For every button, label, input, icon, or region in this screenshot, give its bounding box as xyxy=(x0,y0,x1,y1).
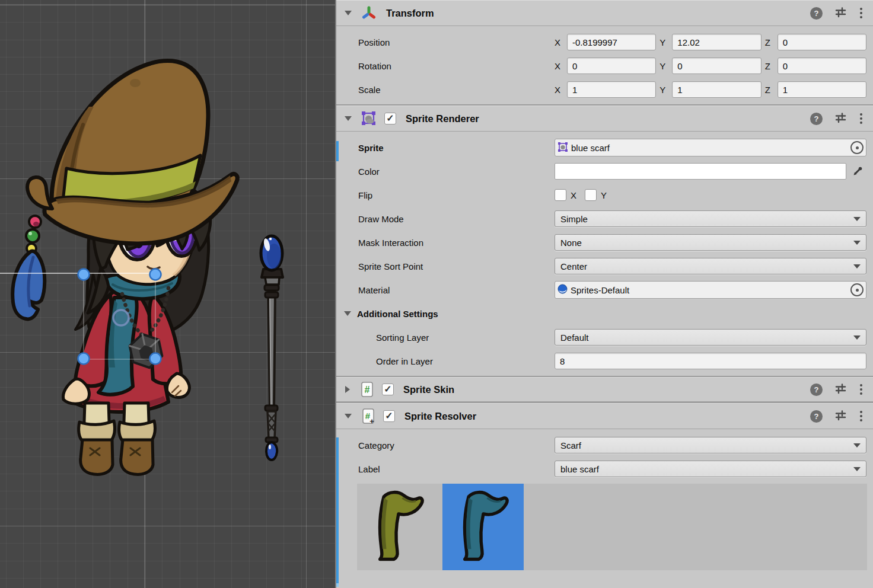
help-icon[interactable]: ? xyxy=(810,113,823,125)
category-label[interactable]: Category xyxy=(336,440,555,450)
color-swatch[interactable] xyxy=(555,163,846,180)
category-dropdown[interactable]: Scarf xyxy=(555,437,866,453)
object-picker-icon[interactable] xyxy=(850,141,864,154)
selection-handle-top-left[interactable] xyxy=(78,269,90,280)
flip-label[interactable]: Flip xyxy=(336,190,555,200)
mask-interaction-dropdown[interactable]: None xyxy=(555,234,866,251)
axis-z-label[interactable]: Z xyxy=(765,37,774,47)
sprite-renderer-icon xyxy=(361,111,377,126)
scale-x-field[interactable] xyxy=(567,81,656,98)
presets-icon[interactable] xyxy=(834,409,847,423)
material-label[interactable]: Material xyxy=(336,285,555,295)
help-icon[interactable]: ? xyxy=(810,384,823,396)
axis-z-label[interactable]: Z xyxy=(765,61,774,71)
sprite-resolver-header[interactable]: # + Sprite Resolver ? xyxy=(336,403,873,429)
foldout-closed-icon[interactable] xyxy=(345,386,350,393)
rotation-z-field[interactable] xyxy=(778,57,866,74)
additional-settings-foldout[interactable]: Additional Settings xyxy=(336,309,555,319)
override-bar-tick xyxy=(336,583,339,587)
scene-view[interactable] xyxy=(0,0,335,588)
scale-z-field[interactable] xyxy=(778,81,866,98)
draw-mode-dropdown[interactable]: Simple xyxy=(555,210,866,227)
color-label[interactable]: Color xyxy=(336,167,555,177)
kebab-menu-icon[interactable] xyxy=(859,112,864,125)
kebab-menu-icon[interactable] xyxy=(859,410,864,423)
override-bar-resolver xyxy=(336,437,339,583)
rotation-row: Rotation X Y Z xyxy=(336,57,873,75)
staff-sprite[interactable] xyxy=(261,236,283,460)
flip-x-checkbox[interactable] xyxy=(555,189,566,201)
sorting-layer-label[interactable]: Sorting Layer xyxy=(336,333,555,343)
eyedropper-icon[interactable] xyxy=(849,163,866,180)
inspector-panel: Transform ? Position X xyxy=(335,0,873,588)
presets-icon[interactable] xyxy=(834,6,847,20)
character-sprite[interactable] xyxy=(12,61,237,475)
axis-x-label[interactable]: X xyxy=(555,37,563,47)
transform-icon xyxy=(361,5,377,21)
axis-z-label[interactable]: Z xyxy=(765,85,774,95)
foldout-open-icon[interactable] xyxy=(345,116,352,121)
sprite-sort-point-label[interactable]: Sprite Sort Point xyxy=(336,261,555,271)
mask-interaction-label[interactable]: Mask Interaction xyxy=(336,238,555,248)
axis-y-label[interactable]: Y xyxy=(659,37,668,47)
axis-x-label[interactable]: X xyxy=(555,61,563,71)
presets-icon[interactable] xyxy=(834,111,847,126)
rotation-x-field[interactable] xyxy=(567,57,656,74)
position-label[interactable]: Position xyxy=(336,37,555,47)
kebab-menu-icon[interactable] xyxy=(859,7,864,20)
axis-x-label[interactable]: X xyxy=(555,85,563,95)
presets-icon[interactable] xyxy=(834,382,847,397)
order-in-layer-field[interactable] xyxy=(555,353,866,369)
variant-thumb-green-scarf[interactable] xyxy=(357,484,440,570)
label-dropdown[interactable]: blue scarf xyxy=(555,461,866,477)
help-icon[interactable]: ? xyxy=(810,410,823,423)
pivot-circle[interactable] xyxy=(113,310,129,325)
witch-hat xyxy=(27,61,237,244)
sprite-label[interactable]: Sprite xyxy=(336,143,555,153)
transform-header[interactable]: Transform ? xyxy=(336,0,873,26)
scale-label[interactable]: Scale xyxy=(336,85,555,95)
position-z-field[interactable] xyxy=(778,34,866,50)
sprite-skin-header[interactable]: # Sprite Skin ? xyxy=(336,377,873,402)
variant-thumb-blue-scarf-selected[interactable] xyxy=(442,484,524,570)
color-row: Color xyxy=(336,162,873,180)
selection-handle-bottom-left[interactable] xyxy=(78,353,90,365)
axis-y-label[interactable]: Y xyxy=(659,85,668,95)
label-value: blue scarf xyxy=(560,464,599,474)
object-picker-icon[interactable] xyxy=(850,283,864,296)
kebab-menu-icon[interactable] xyxy=(859,383,864,396)
feather xyxy=(12,251,44,319)
position-y-field[interactable] xyxy=(672,34,761,50)
position-x-field[interactable] xyxy=(567,34,656,50)
sprite-row: Sprite blue scarf xyxy=(336,139,873,156)
draw-mode-label[interactable]: Draw Mode xyxy=(336,214,555,224)
sprite-object-field[interactable]: blue scarf xyxy=(555,139,866,156)
sprite-renderer-header[interactable]: Sprite Renderer ? xyxy=(336,106,873,132)
mask-interaction-value: None xyxy=(560,238,582,248)
component-enabled-checkbox[interactable] xyxy=(383,410,395,422)
component-title: Transform xyxy=(386,8,434,19)
component-enabled-checkbox[interactable] xyxy=(382,384,394,395)
scale-y-field[interactable] xyxy=(672,81,761,98)
label-label[interactable]: Label xyxy=(336,464,555,474)
material-object-field[interactable]: Sprites-Default xyxy=(555,281,866,299)
sprite-skin-component: # Sprite Skin ? xyxy=(336,377,873,402)
scale-row: Scale X Y Z xyxy=(336,81,873,98)
order-in-layer-label[interactable]: Order in Layer xyxy=(336,356,555,366)
sorting-layer-dropdown[interactable]: Default xyxy=(555,329,866,346)
foldout-open-icon[interactable] xyxy=(345,11,352,15)
rotation-y-field[interactable] xyxy=(672,57,761,74)
selection-handle-bottom-right[interactable] xyxy=(150,353,161,365)
foldout-open-icon[interactable] xyxy=(344,311,351,316)
flip-row: Flip X Y xyxy=(336,186,873,204)
rotation-label[interactable]: Rotation xyxy=(336,61,555,71)
axis-y-label[interactable]: Y xyxy=(659,61,668,71)
foldout-open-icon[interactable] xyxy=(345,414,352,418)
additional-settings-row: Additional Settings xyxy=(336,305,873,322)
help-icon[interactable]: ? xyxy=(810,7,823,20)
component-enabled-checkbox[interactable] xyxy=(384,113,396,124)
flip-y-checkbox[interactable] xyxy=(585,189,597,201)
sprite-sort-point-dropdown[interactable]: Center xyxy=(555,258,866,274)
script-plus-icon: # + xyxy=(361,408,375,424)
selection-handle-top-right[interactable] xyxy=(150,269,161,280)
